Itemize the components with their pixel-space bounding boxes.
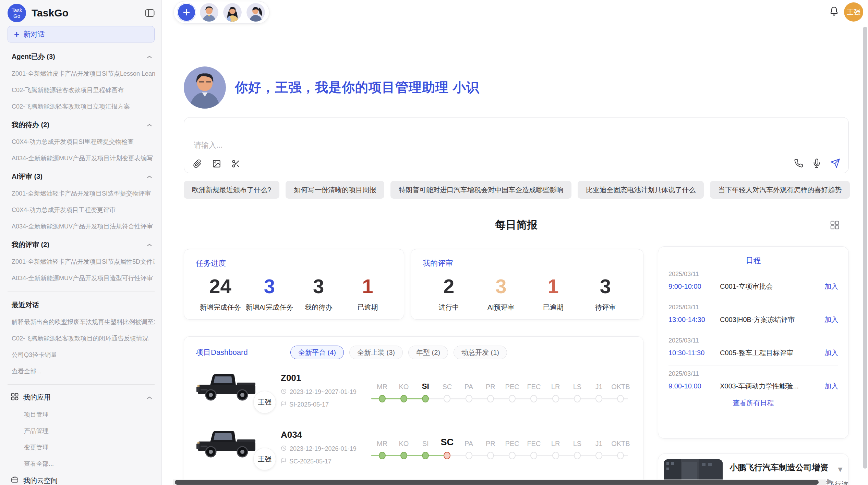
stat-label: 新增完成任务 <box>196 303 245 312</box>
app-item[interactable]: 查看全部... <box>8 460 155 468</box>
section-header[interactable]: 我的评审 (2) <box>8 240 155 249</box>
milestone-node-pending <box>595 452 602 459</box>
milestone-node-done <box>379 452 386 459</box>
milestone-label: FEC <box>523 435 545 448</box>
my-reviews-title: 我的评审 <box>423 258 631 269</box>
milestone-label: OKTB <box>610 378 631 391</box>
clock-icon <box>281 445 287 453</box>
event-row: 10:30-11:30C005-整车工程目标评审加入 <box>668 348 838 358</box>
recent-chat-item[interactable]: 查看全部... <box>8 367 155 375</box>
scroll-down-icon[interactable]: ▼ <box>836 465 844 474</box>
scroll-right-icon[interactable]: ▶ <box>827 477 833 485</box>
filter-pill[interactable]: 全新上装 (3) <box>349 346 403 359</box>
project-code: Z001 <box>281 373 364 383</box>
conversation-item[interactable]: A034-全新新能源MUV产品开发项目法规符合性评审 <box>8 222 155 231</box>
layout-grid-icon[interactable] <box>830 220 840 232</box>
view-all-schedule-link[interactable]: 查看所有日程 <box>668 398 838 408</box>
stat-value: 3 <box>579 275 631 297</box>
bell-icon[interactable] <box>829 6 839 18</box>
project-owner-chip: 王强 <box>253 391 276 413</box>
microphone-icon[interactable] <box>812 159 821 168</box>
user-avatar[interactable]: 王强 <box>844 2 863 22</box>
conversation-item[interactable]: Z001-全新燃油轻卡产品开发项目SI节点属性5D文件评审 <box>8 258 155 266</box>
section-header[interactable]: AI评审 (3) <box>8 172 155 181</box>
phone-icon[interactable] <box>794 159 803 168</box>
milestone-node-done <box>422 395 429 402</box>
conversation-item[interactable]: C02-飞腾新能源轻客改款项目立项汇报方案 <box>8 102 155 111</box>
app-item[interactable]: 变更管理 <box>8 443 155 451</box>
milestone-label: LR <box>545 378 566 391</box>
conversation-item[interactable]: A034-全新新能源MUV产品开发项目造型可行性评审 <box>8 274 155 282</box>
sidebar-section: 我的评审 (2)Z001-全新燃油轻卡产品开发项目SI节点属性5D文件评审A03… <box>8 240 155 282</box>
conversation-item[interactable]: C0X4-动力总成开发项目工程变更评审 <box>8 206 155 214</box>
milestone: LS <box>566 435 588 459</box>
milestone-node-pending <box>617 452 624 459</box>
milestone: SI <box>415 435 436 459</box>
suggestion-chip[interactable]: 比亚迪全固态电池计划具体说了什么 <box>578 181 704 199</box>
recent-chat-item[interactable]: 解释最新出台的欧盟报废车法规再生塑料比例被调至15%... <box>8 318 155 326</box>
horizontal-scrollbar[interactable] <box>175 480 819 485</box>
attachment-icon[interactable] <box>193 159 202 168</box>
assistant-avatar-1[interactable] <box>200 3 218 22</box>
milestone-node-pending <box>509 395 516 402</box>
join-link[interactable]: 加入 <box>824 315 838 324</box>
project-row[interactable]: 王强Z0012023-12-19~2027-01-19SI-2025-05-17… <box>196 365 631 416</box>
project-next-milestone: SC-2025-05-17 <box>281 458 364 465</box>
send-icon[interactable] <box>830 158 840 168</box>
suggestion-chip[interactable]: 当下年轻人对汽车外观有怎样的喜好趋势 <box>710 181 850 199</box>
milestone-label: LS <box>566 378 588 391</box>
recent-chat-item[interactable]: C02-飞腾新能源轻客改款项目的闭环通告反馈情况 <box>8 334 155 343</box>
stat-value: 24 <box>196 275 245 297</box>
add-assistant-button[interactable] <box>178 4 195 21</box>
project-next-milestone: SI-2025-05-17 <box>281 401 364 409</box>
assistant-avatar-3[interactable] <box>246 3 265 22</box>
join-link[interactable]: 加入 <box>824 282 838 291</box>
conversation-item[interactable]: C0X4-动力总成开发项目SI里程碑提交物检查 <box>8 138 155 146</box>
taskgo-app: Task Go TaskGo + 新对话 Agent已办 (3)Z001-全新燃… <box>0 0 868 485</box>
greeting: 你好，王强，我是你的项目管理助理 小识 <box>184 66 480 109</box>
conversation-item[interactable]: Z001-全新燃油皮卡产品开发项目SI节点Lesson Learn报告 <box>8 70 155 78</box>
filter-pill[interactable]: 年型 (2) <box>408 346 448 359</box>
recent-chat-item[interactable]: 公司Q3轻卡销量 <box>8 351 155 359</box>
suggestion-chip[interactable]: 欧洲新规最近颁布了什么? <box>184 181 279 199</box>
filter-pill[interactable]: 全新平台 (4) <box>290 346 344 359</box>
scissors-icon[interactable] <box>231 159 240 168</box>
join-link[interactable]: 加入 <box>824 348 838 358</box>
section-header[interactable]: Agent已办 (3) <box>8 52 155 61</box>
timeline-columns: MRKOSISCPAPRPECFECLRLSJ1OKTB <box>371 378 631 402</box>
sidebar-item-cloud-space[interactable]: 我的云空间 <box>8 476 155 485</box>
milestone: OKTB <box>610 435 631 459</box>
suggestion-chip[interactable]: 如何写一份清晰的项目周报 <box>286 181 384 199</box>
project-vehicle-image: 王强 <box>196 369 277 412</box>
section-header[interactable]: 我的待办 (2) <box>8 120 155 129</box>
vertical-scrollbar[interactable] <box>863 27 867 469</box>
panel-toggle-icon[interactable] <box>145 9 155 17</box>
divider <box>668 299 838 299</box>
milestone: PR <box>480 378 501 402</box>
sidebar-section: AI评审 (3)Z001-全新燃油轻卡产品开发项目SI造型提交物评审C0X4-动… <box>8 172 155 231</box>
join-link[interactable]: 加入 <box>824 382 838 391</box>
milestone: PEC <box>502 435 523 459</box>
milestone-node-done <box>422 452 429 459</box>
filter-pill[interactable]: 动总开发 (1) <box>454 346 507 359</box>
milestone-node-pending <box>552 452 559 459</box>
project-row[interactable]: 王强A0342023-12-19~2026-01-19SC-2025-05-17… <box>196 422 631 473</box>
milestone-node-pending <box>574 452 581 459</box>
event-name: X003-车辆动力学性能验... <box>720 382 820 391</box>
assistant-switcher <box>173 1 269 24</box>
new-chat-button[interactable]: + 新对话 <box>8 26 155 42</box>
chat-input[interactable] <box>184 117 848 154</box>
milestone-label: MR <box>371 378 393 391</box>
sidebar-item-my-apps[interactable]: 我的应用 <box>8 393 155 402</box>
assistant-avatar-2[interactable] <box>223 3 242 22</box>
conversation-item[interactable]: C02-飞腾新能源轻客改款项目里程碑画布 <box>8 86 155 94</box>
milestone-label: PA <box>458 378 480 391</box>
image-icon[interactable] <box>212 159 221 168</box>
logo-icon: Task Go <box>8 4 26 22</box>
milestone-timeline: MRKOSISCPAPRPECFECLRLSJ1OKTB <box>371 378 631 402</box>
conversation-item[interactable]: Z001-全新燃油轻卡产品开发项目SI造型提交物评审 <box>8 189 155 198</box>
app-item[interactable]: 项目管理 <box>8 410 155 419</box>
app-item[interactable]: 产品管理 <box>8 427 155 435</box>
suggestion-chip[interactable]: 特朗普可能对进口汽车增税会对中国车企造成哪些影响 <box>390 181 571 199</box>
conversation-item[interactable]: A034-全新新能源MUV产品开发项目计划变更表编写 <box>8 154 155 162</box>
